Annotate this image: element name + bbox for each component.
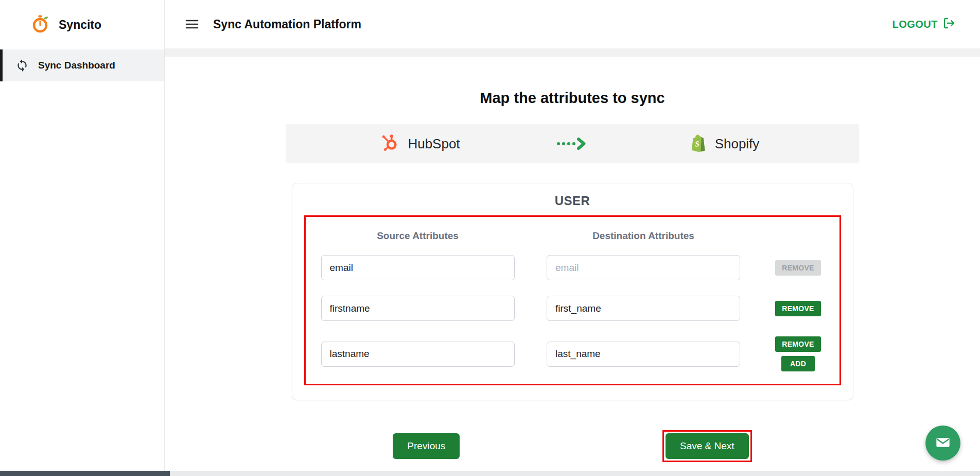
menu-icon[interactable] xyxy=(184,18,200,31)
mapping-row: REMOVE xyxy=(321,255,824,280)
add-button[interactable]: ADD xyxy=(781,356,815,371)
hubspot-logo-icon xyxy=(381,134,398,154)
save-next-button[interactable]: Save & Next xyxy=(666,433,749,459)
sidebar: Syncito Sync Dashboard xyxy=(0,0,165,476)
destination-platform: S Shopify xyxy=(589,133,859,154)
shopify-logo-icon: S xyxy=(689,133,706,154)
save-next-highlight: Save & Next xyxy=(662,430,752,462)
destination-platform-name: Shopify xyxy=(715,136,760,152)
remove-button[interactable]: REMOVE xyxy=(775,301,820,316)
bottom-scrollbar[interactable] xyxy=(0,471,980,476)
flow-arrow-icon xyxy=(555,138,589,150)
envelope-icon xyxy=(935,434,951,452)
content: Map the attributes to sync xyxy=(165,57,980,476)
brand-name: Syncito xyxy=(59,18,101,32)
destination-attribute-input[interactable] xyxy=(547,255,740,280)
column-headers: Source Attributes Destination Attributes xyxy=(321,230,824,242)
logout-button[interactable]: LOGOUT xyxy=(892,17,955,32)
logout-label: LOGOUT xyxy=(892,19,938,30)
top-scrollbar[interactable] xyxy=(165,48,980,57)
sidebar-item-sync-dashboard[interactable]: Sync Dashboard xyxy=(0,49,164,81)
row-actions: REMOVE xyxy=(773,301,824,316)
section-title: USER xyxy=(304,194,841,208)
destination-attributes-header: Destination Attributes xyxy=(547,230,740,242)
chat-button[interactable] xyxy=(925,426,960,461)
syncito-logo-icon xyxy=(30,13,50,36)
sidebar-nav: Sync Dashboard xyxy=(0,49,164,81)
source-attribute-input[interactable] xyxy=(321,342,515,367)
scrollbar-thumb[interactable] xyxy=(0,471,170,476)
source-attribute-input[interactable] xyxy=(321,255,515,280)
platform-bar: HubSpot S xyxy=(286,124,859,163)
header: Sync Automation Platform LOGOUT xyxy=(165,0,980,48)
destination-attribute-input[interactable] xyxy=(547,342,740,367)
app-title: Sync Automation Platform xyxy=(213,18,361,31)
logout-icon xyxy=(943,17,955,32)
source-platform-name: HubSpot xyxy=(408,136,460,152)
previous-button[interactable]: Previous xyxy=(393,433,460,459)
remove-button: REMOVE xyxy=(775,260,820,276)
mapping-row: REMOVE xyxy=(321,296,824,321)
actions-bar: Previous Save & Next xyxy=(292,430,853,462)
source-attributes-header: Source Attributes xyxy=(321,230,515,242)
mapping-card: USER Source Attributes Destination Attri… xyxy=(292,183,853,400)
app-window: Syncito Sync Dashboard S xyxy=(0,0,980,476)
brand[interactable]: Syncito xyxy=(0,0,164,49)
row-actions: REMOVE xyxy=(773,260,824,276)
source-attribute-input[interactable] xyxy=(321,296,515,321)
row-actions: REMOVE ADD xyxy=(773,336,824,371)
remove-button[interactable]: REMOVE xyxy=(775,336,820,352)
svg-text:S: S xyxy=(694,140,699,148)
source-platform: HubSpot xyxy=(286,134,555,154)
sidebar-item-label: Sync Dashboard xyxy=(38,60,115,71)
destination-attribute-input[interactable] xyxy=(547,296,740,321)
mapping-area: Source Attributes Destination Attributes… xyxy=(304,215,841,385)
main-column: Sync Automation Platform LOGOUT Map the … xyxy=(165,0,980,476)
sync-icon xyxy=(15,59,29,72)
page-title: Map the attributes to sync xyxy=(165,90,980,107)
mapping-row: REMOVE ADD xyxy=(321,336,824,371)
